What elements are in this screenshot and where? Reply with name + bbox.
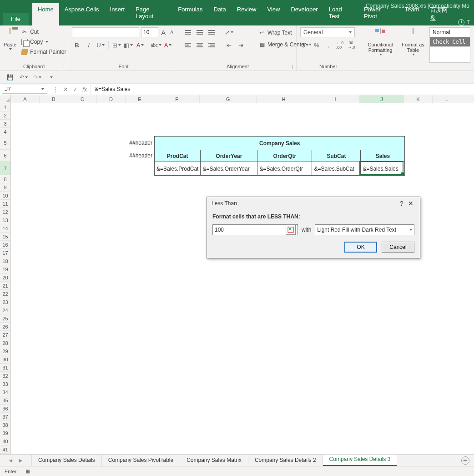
row-header-39[interactable]: 39 xyxy=(0,429,11,437)
sheet-tab-company-sales-matrix[interactable]: Company Sales Matrix xyxy=(180,455,248,466)
phonetic-button[interactable]: abc xyxy=(151,40,161,50)
tab-power-pivot[interactable]: Power Pivot xyxy=(358,3,399,25)
fx-button[interactable]: fx xyxy=(82,86,87,93)
row-header-10[interactable]: 10 xyxy=(0,192,11,200)
row-header-41[interactable]: 41 xyxy=(0,446,11,454)
increase-indent-button[interactable]: ⇥ xyxy=(236,40,246,50)
sheet-tab-company-sales-details[interactable]: Company Sales Details xyxy=(32,455,102,466)
save-button[interactable]: 💾 xyxy=(6,74,14,81)
row-header-22[interactable]: 22 xyxy=(0,290,11,298)
row-header-11[interactable]: 11 xyxy=(0,200,11,208)
row-header-4[interactable]: 4 xyxy=(0,128,11,136)
row-header-17[interactable]: 17 xyxy=(0,249,11,257)
align-top-button[interactable] xyxy=(183,27,193,37)
fill-color-button[interactable]: ◧ xyxy=(123,40,133,50)
worksheet-grid[interactable]: ABCDEFGHIJKL 123456789101112131415161718… xyxy=(0,95,474,441)
row-header-2[interactable]: 2 xyxy=(0,111,11,120)
column-header-C[interactable]: C xyxy=(68,95,97,103)
style-normal[interactable]: Normal xyxy=(430,28,470,37)
name-box[interactable]: J7 xyxy=(2,85,47,94)
row-header-38[interactable]: 38 xyxy=(0,421,11,429)
sheet-tab-company-sales-details-3[interactable]: Company Sales Details 3 xyxy=(323,455,398,466)
tab-load-test[interactable]: Load Test xyxy=(323,3,358,25)
range-picker-button[interactable] xyxy=(286,225,296,235)
border-button[interactable]: ⊞ xyxy=(111,40,121,50)
cell-styles-gallery[interactable]: Normal Check Cell xyxy=(429,27,470,63)
row-header-37[interactable]: 37 xyxy=(0,413,11,421)
tab-page-layout[interactable]: Page Layout xyxy=(130,3,172,25)
row-header-36[interactable]: 36 xyxy=(0,405,11,413)
orientation-button[interactable]: ⤢ xyxy=(224,27,234,37)
row-header-7[interactable]: 7 xyxy=(0,162,11,175)
row-header-31[interactable]: 31 xyxy=(0,364,11,372)
number-format-combo[interactable]: General xyxy=(300,27,355,37)
row-header-28[interactable]: 28 xyxy=(0,339,11,347)
new-sheet-button[interactable]: + xyxy=(456,455,474,466)
alignment-launcher[interactable] xyxy=(288,65,292,69)
column-header-A[interactable]: A xyxy=(11,95,40,103)
row-header-3[interactable]: 3 xyxy=(0,120,11,128)
column-header-I[interactable]: I xyxy=(311,95,360,103)
tab-view[interactable]: View xyxy=(262,3,285,25)
column-header-J[interactable]: J xyxy=(360,95,404,103)
redo-button[interactable]: ↷ xyxy=(34,74,41,81)
row-header-26[interactable]: 26 xyxy=(0,323,11,331)
row-header-8[interactable]: 8 xyxy=(0,175,11,183)
row-header-32[interactable]: 32 xyxy=(0,372,11,380)
cancel-formula-button[interactable]: ✕ xyxy=(63,86,68,93)
row-header-29[interactable]: 29 xyxy=(0,347,11,355)
clipboard-launcher[interactable] xyxy=(60,65,64,69)
align-middle-button[interactable] xyxy=(195,27,205,37)
italic-button[interactable]: I xyxy=(84,40,94,50)
bold-button[interactable]: B xyxy=(72,40,82,50)
align-left-button[interactable] xyxy=(183,40,193,50)
column-header-E[interactable]: E xyxy=(126,95,154,103)
grow-font-button[interactable]: A xyxy=(160,27,167,37)
qat-customize[interactable] xyxy=(47,74,55,81)
undo-button[interactable]: ↶ xyxy=(20,74,27,81)
row-header-24[interactable]: 24 xyxy=(0,306,11,314)
row-header-12[interactable]: 12 xyxy=(0,208,11,216)
decrease-decimal-button[interactable]: .00→.0 xyxy=(347,40,356,50)
increase-decimal-button[interactable]: ←.0.00 xyxy=(335,40,344,50)
comma-button[interactable]: , xyxy=(323,40,333,50)
row-header-21[interactable]: 21 xyxy=(0,282,11,290)
font-size-combo[interactable] xyxy=(141,27,158,37)
font-color-button[interactable]: A xyxy=(135,40,145,50)
row-header-34[interactable]: 34 xyxy=(0,388,11,396)
tab-review[interactable]: Review xyxy=(232,3,262,25)
column-header-H[interactable]: H xyxy=(257,95,311,103)
percent-button[interactable]: % xyxy=(312,40,321,50)
shrink-font-button[interactable]: A xyxy=(169,27,176,37)
align-right-button[interactable] xyxy=(207,40,217,50)
currency-button[interactable]: $ xyxy=(300,40,310,50)
cancel-button[interactable]: Cancel xyxy=(382,242,414,253)
row-header-30[interactable]: 30 xyxy=(0,355,11,364)
enter-formula-button[interactable]: ✓ xyxy=(73,86,78,93)
row-header-15[interactable]: 15 xyxy=(0,233,11,241)
row-header-35[interactable]: 35 xyxy=(0,396,11,405)
formula-input[interactable]: &=Sales.Sales xyxy=(91,84,474,95)
row-header-25[interactable]: 25 xyxy=(0,314,11,323)
tab--[interactable]: 百度网盘 xyxy=(424,3,458,25)
number-launcher[interactable] xyxy=(352,65,356,69)
row-header-18[interactable]: 18 xyxy=(0,257,11,265)
row-header-14[interactable]: 14 xyxy=(0,224,11,233)
row-header-16[interactable]: 16 xyxy=(0,241,11,249)
tab-team[interactable]: Team xyxy=(399,3,425,25)
font-name-combo[interactable] xyxy=(72,27,139,37)
column-header-F[interactable]: F xyxy=(154,95,200,103)
row-header-9[interactable]: 9 xyxy=(0,183,11,192)
row-header-1[interactable]: 1 xyxy=(0,103,11,111)
paste-button[interactable]: Paste xyxy=(4,27,16,63)
column-header-K[interactable]: K xyxy=(404,95,433,103)
style-check-cell[interactable]: Check Cell xyxy=(430,37,470,47)
tab-home[interactable]: Home xyxy=(32,3,59,25)
row-header-5[interactable]: 5 xyxy=(0,136,11,150)
sheet-nav-prev[interactable]: ◄ xyxy=(8,457,14,464)
ok-button[interactable]: OK xyxy=(344,242,377,253)
row-header-19[interactable]: 19 xyxy=(0,265,11,273)
sheet-tab-company-sales-details-2[interactable]: Company Sales Details 2 xyxy=(248,455,323,466)
column-header-L[interactable]: L xyxy=(433,95,461,103)
dialog-close-button[interactable]: ✕ xyxy=(406,200,415,207)
